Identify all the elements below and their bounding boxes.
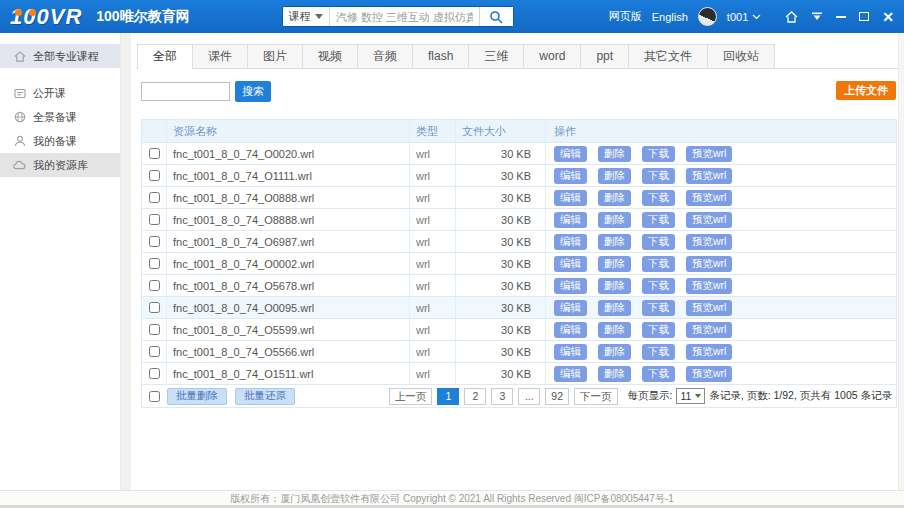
row-checkbox[interactable] <box>149 236 160 247</box>
page-ellipsis[interactable]: ... <box>518 388 540 405</box>
delete-button[interactable]: 删除 <box>598 322 631 338</box>
table-row: fnc_t001_8_0_74_O6987.wrl wrl 30 KB 编辑 删… <box>142 230 896 252</box>
edit-button[interactable]: 编辑 <box>554 366 587 382</box>
avatar[interactable] <box>698 7 717 26</box>
edit-button[interactable]: 编辑 <box>554 168 587 184</box>
preview-wrl-button[interactable]: 预览wrl <box>686 344 732 360</box>
row-checkbox[interactable] <box>149 280 160 291</box>
scrollbar[interactable] <box>898 33 904 490</box>
batch-restore-button[interactable]: 批量还原 <box>235 388 295 405</box>
download-button[interactable]: 下载 <box>642 300 675 316</box>
download-button[interactable]: 下载 <box>642 366 675 382</box>
row-checkbox[interactable] <box>149 258 160 269</box>
close-button[interactable]: ✕ <box>882 10 894 24</box>
delete-button[interactable]: 删除 <box>598 168 631 184</box>
per-page-select[interactable]: 11 <box>676 388 705 404</box>
tab-3d[interactable]: 三维 <box>468 44 524 68</box>
sidebar-item-my-resources[interactable]: 我的资源库 <box>0 153 120 177</box>
skin-dropdown-button[interactable] <box>811 12 823 21</box>
search-category-dropdown[interactable]: 课程 <box>283 7 330 26</box>
edit-button[interactable]: 编辑 <box>554 190 587 206</box>
tab-video[interactable]: 视频 <box>302 44 358 68</box>
logo[interactable]: 100VR 100唯尔教育网 <box>10 4 190 30</box>
row-checkbox[interactable] <box>149 170 160 181</box>
user-menu[interactable]: t001 <box>727 11 761 23</box>
preview-wrl-button[interactable]: 预览wrl <box>686 212 732 228</box>
tab-audio[interactable]: 音频 <box>357 44 413 68</box>
batch-delete-button[interactable]: 批量删除 <box>167 388 227 405</box>
download-button[interactable]: 下载 <box>642 344 675 360</box>
preview-wrl-button[interactable]: 预览wrl <box>686 146 732 162</box>
resource-search-button[interactable]: 搜索 <box>235 81 271 102</box>
english-link[interactable]: English <box>652 11 688 23</box>
download-button[interactable]: 下载 <box>642 234 675 250</box>
edit-button[interactable]: 编辑 <box>554 278 587 294</box>
header-search-button[interactable] <box>479 7 513 26</box>
page-button-2[interactable]: 2 <box>464 388 486 405</box>
edit-button[interactable]: 编辑 <box>554 256 587 272</box>
home-button[interactable] <box>785 11 798 23</box>
delete-button[interactable]: 删除 <box>598 300 631 316</box>
download-button[interactable]: 下载 <box>642 190 675 206</box>
delete-button[interactable]: 删除 <box>598 190 631 206</box>
row-checkbox[interactable] <box>149 346 160 357</box>
tab-courseware[interactable]: 课件 <box>192 44 248 68</box>
download-button[interactable]: 下载 <box>642 278 675 294</box>
edit-button[interactable]: 编辑 <box>554 322 587 338</box>
prev-page-button[interactable]: 上一页 <box>389 388 433 405</box>
download-button[interactable]: 下载 <box>642 212 675 228</box>
upload-file-button[interactable]: 上传文件 <box>836 81 896 100</box>
preview-wrl-button[interactable]: 预览wrl <box>686 366 732 382</box>
edit-button[interactable]: 编辑 <box>554 146 587 162</box>
select-all-checkbox[interactable] <box>149 391 160 402</box>
tab-all[interactable]: 全部 <box>137 44 193 69</box>
page-button-1[interactable]: 1 <box>437 388 459 405</box>
row-checkbox[interactable] <box>149 302 160 313</box>
page-button-3[interactable]: 3 <box>491 388 513 405</box>
preview-wrl-button[interactable]: 预览wrl <box>686 234 732 250</box>
download-button[interactable]: 下载 <box>642 146 675 162</box>
row-checkbox[interactable] <box>149 324 160 335</box>
preview-wrl-button[interactable]: 预览wrl <box>686 300 732 316</box>
delete-button[interactable]: 删除 <box>598 234 631 250</box>
page-button-92[interactable]: 92 <box>545 388 569 405</box>
maximize-button[interactable] <box>859 12 869 21</box>
edit-button[interactable]: 编辑 <box>554 344 587 360</box>
delete-button[interactable]: 删除 <box>598 278 631 294</box>
edit-button[interactable]: 编辑 <box>554 234 587 250</box>
delete-button[interactable]: 删除 <box>598 212 631 228</box>
row-checkbox[interactable] <box>149 214 160 225</box>
delete-button[interactable]: 删除 <box>598 146 631 162</box>
row-checkbox[interactable] <box>149 148 160 159</box>
web-version-link[interactable]: 网页版 <box>609 9 642 24</box>
sidebar-item-public-courses[interactable]: 公开课 <box>0 81 120 105</box>
row-checkbox[interactable] <box>149 368 160 379</box>
download-button[interactable]: 下载 <box>642 256 675 272</box>
download-button[interactable]: 下载 <box>642 322 675 338</box>
preview-wrl-button[interactable]: 预览wrl <box>686 278 732 294</box>
tab-recycle-bin[interactable]: 回收站 <box>707 44 775 68</box>
tab-image[interactable]: 图片 <box>247 44 303 68</box>
tab-other-files[interactable]: 其它文件 <box>628 44 708 68</box>
preview-wrl-button[interactable]: 预览wrl <box>686 168 732 184</box>
next-page-button[interactable]: 下一页 <box>574 388 618 405</box>
preview-wrl-button[interactable]: 预览wrl <box>686 190 732 206</box>
edit-button[interactable]: 编辑 <box>554 300 587 316</box>
resource-search-input[interactable] <box>141 82 230 101</box>
edit-button[interactable]: 编辑 <box>554 212 587 228</box>
header-search-input[interactable] <box>330 11 479 23</box>
tab-flash[interactable]: flash <box>412 44 469 68</box>
preview-wrl-button[interactable]: 预览wrl <box>686 322 732 338</box>
download-button[interactable]: 下载 <box>642 168 675 184</box>
minimize-button[interactable] <box>836 16 846 18</box>
delete-button[interactable]: 删除 <box>598 366 631 382</box>
delete-button[interactable]: 删除 <box>598 256 631 272</box>
sidebar-item-panorama-prep[interactable]: 全景备课 <box>0 105 120 129</box>
tab-word[interactable]: word <box>523 44 581 68</box>
sidebar-item-all-courses[interactable]: 全部专业课程 <box>0 44 120 68</box>
preview-wrl-button[interactable]: 预览wrl <box>686 256 732 272</box>
tab-ppt[interactable]: ppt <box>580 44 629 68</box>
delete-button[interactable]: 删除 <box>598 344 631 360</box>
row-checkbox[interactable] <box>149 192 160 203</box>
sidebar-item-my-prep[interactable]: 我的备课 <box>0 129 120 153</box>
